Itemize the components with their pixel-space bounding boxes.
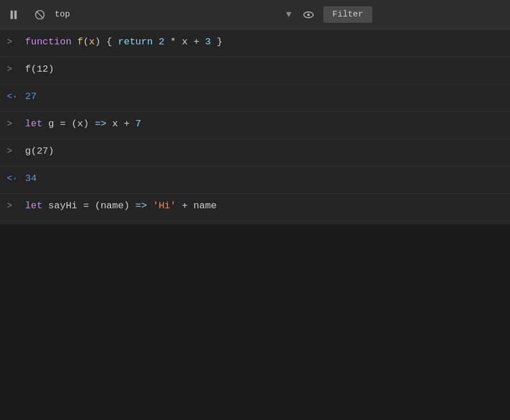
- play-icon: [9, 9, 20, 20]
- code-text: let sayHi = (name) => 'Hi' + name: [25, 199, 503, 213]
- code-text: 27: [25, 90, 503, 104]
- console-row: >g(27): [0, 139, 510, 166]
- svg-line-3: [36, 11, 44, 18]
- stop-icon: [34, 9, 46, 20]
- console-output: >function f(x) { return 2 * x + 3 }>f(12…: [0, 30, 510, 225]
- console-container: top other ▼ Filter >function f(x) { retu…: [0, 0, 510, 420]
- input-icon: >: [7, 200, 20, 211]
- empty-area: [0, 225, 510, 420]
- console-row: >f(12): [0, 57, 510, 84]
- console-row: <·34: [0, 166, 510, 193]
- input-icon: >: [7, 118, 20, 129]
- code-text: g(27): [25, 145, 503, 158]
- output-icon: <·: [7, 172, 20, 184]
- output-icon: <·: [7, 90, 20, 102]
- svg-point-5: [307, 13, 310, 16]
- code-text: 34: [25, 172, 503, 186]
- code-text: f(12): [25, 63, 503, 76]
- context-dropdown[interactable]: top other: [55, 10, 294, 19]
- toolbar: top other ▼ Filter: [0, 0, 510, 30]
- svg-rect-0: [11, 10, 13, 19]
- input-icon: >: [7, 63, 20, 75]
- console-row: >let g = (x) => x + 7: [0, 112, 510, 139]
- context-selector[interactable]: top other ▼: [55, 10, 294, 19]
- code-text: let g = (x) => x + 7: [25, 117, 503, 131]
- play-button[interactable]: [5, 5, 25, 25]
- eye-button[interactable]: [298, 5, 319, 25]
- input-icon: >: [7, 145, 20, 157]
- input-icon: >: [7, 36, 20, 47]
- eye-icon: [302, 9, 315, 21]
- stop-button[interactable]: [30, 5, 50, 25]
- console-row: <·27: [0, 84, 510, 112]
- svg-rect-1: [14, 10, 17, 19]
- filter-button[interactable]: Filter: [323, 6, 372, 23]
- console-row: >function f(x) { return 2 * x + 3 }: [0, 30, 510, 57]
- code-text: function f(x) { return 2 * x + 3 }: [25, 35, 503, 49]
- console-row: >let sayHi = (name) => 'Hi' + name: [0, 193, 510, 221]
- console-row: >sayHi(' bob');: [0, 221, 510, 225]
